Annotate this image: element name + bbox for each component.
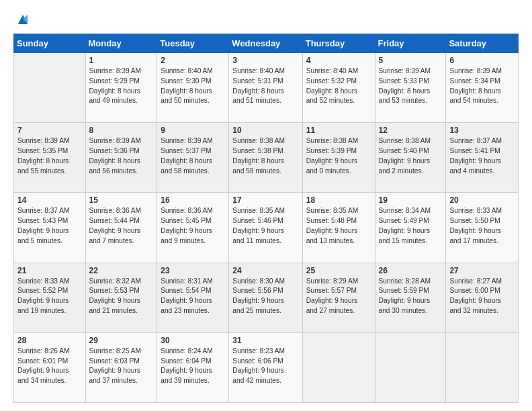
day-cell: 29Sunrise: 8:25 AMSunset: 6:03 PMDayligh… [85, 332, 157, 402]
day-number: 23 [161, 266, 225, 275]
day-header-sunday: Sunday [14, 34, 86, 53]
day-number: 7 [17, 126, 82, 135]
week-row-4: 28Sunrise: 8:26 AMSunset: 6:01 PMDayligh… [14, 332, 519, 402]
day-cell: 31Sunrise: 8:23 AMSunset: 6:06 PMDayligh… [229, 332, 302, 402]
day-info: Sunrise: 8:36 AMSunset: 5:44 PMDaylight:… [89, 206, 154, 246]
day-number: 26 [379, 266, 443, 275]
day-cell: 4Sunrise: 8:40 AMSunset: 5:32 PMDaylight… [302, 53, 375, 123]
day-cell: 8Sunrise: 8:39 AMSunset: 5:36 PMDaylight… [85, 123, 157, 193]
day-info: Sunrise: 8:25 AMSunset: 6:03 PMDaylight:… [89, 347, 154, 386]
day-info: Sunrise: 8:28 AMSunset: 5:59 PMDaylight:… [379, 277, 443, 316]
day-number: 19 [379, 195, 443, 205]
day-cell: 23Sunrise: 8:31 AMSunset: 5:54 PMDayligh… [157, 263, 229, 332]
day-number: 28 [17, 336, 82, 345]
day-cell [446, 332, 519, 402]
day-info: Sunrise: 8:23 AMSunset: 6:06 PMDaylight:… [232, 347, 298, 386]
day-cell [375, 332, 446, 402]
week-row-3: 21Sunrise: 8:33 AMSunset: 5:52 PMDayligh… [14, 263, 519, 332]
day-number: 17 [232, 195, 298, 205]
day-cell: 17Sunrise: 8:35 AMSunset: 5:46 PMDayligh… [229, 193, 302, 263]
day-info: Sunrise: 8:40 AMSunset: 5:32 PMDaylight:… [306, 66, 371, 106]
day-number: 25 [306, 266, 371, 275]
day-number: 29 [89, 336, 154, 345]
day-number: 12 [379, 126, 443, 135]
day-cell: 11Sunrise: 8:38 AMSunset: 5:39 PMDayligh… [302, 123, 375, 193]
day-info: Sunrise: 8:27 AMSunset: 6:00 PMDaylight:… [449, 277, 515, 316]
day-number: 31 [232, 336, 298, 345]
day-header-friday: Friday [375, 34, 446, 53]
day-number: 5 [379, 56, 443, 65]
day-number: 11 [306, 126, 371, 135]
day-cell [302, 332, 375, 402]
day-header-monday: Monday [85, 34, 157, 53]
day-number: 30 [161, 336, 225, 345]
day-info: Sunrise: 8:38 AMSunset: 5:39 PMDaylight:… [306, 136, 371, 176]
day-cell: 19Sunrise: 8:34 AMSunset: 5:49 PMDayligh… [375, 193, 446, 263]
day-number: 2 [161, 56, 225, 65]
day-cell: 13Sunrise: 8:37 AMSunset: 5:41 PMDayligh… [446, 123, 519, 193]
day-cell: 3Sunrise: 8:40 AMSunset: 5:31 PMDaylight… [229, 53, 302, 123]
day-cell: 7Sunrise: 8:39 AMSunset: 5:35 PMDaylight… [14, 123, 86, 193]
day-cell [14, 53, 86, 123]
page: SundayMondayTuesdayWednesdayThursdayFrid… [0, 0, 532, 411]
day-cell: 6Sunrise: 8:39 AMSunset: 5:34 PMDaylight… [446, 53, 519, 123]
day-number: 3 [232, 56, 298, 65]
week-row-0: 1Sunrise: 8:39 AMSunset: 5:29 PMDaylight… [14, 53, 519, 123]
day-cell: 20Sunrise: 8:33 AMSunset: 5:50 PMDayligh… [446, 193, 519, 263]
logo-text [13, 12, 30, 27]
day-number: 15 [89, 195, 154, 205]
day-number: 6 [449, 56, 515, 65]
day-cell: 10Sunrise: 8:38 AMSunset: 5:38 PMDayligh… [229, 123, 302, 193]
day-info: Sunrise: 8:40 AMSunset: 5:31 PMDaylight:… [232, 66, 298, 106]
day-header-saturday: Saturday [446, 34, 519, 53]
day-number: 10 [232, 126, 298, 135]
day-header-tuesday: Tuesday [157, 34, 229, 53]
day-number: 27 [449, 266, 515, 275]
day-cell: 14Sunrise: 8:37 AMSunset: 5:43 PMDayligh… [14, 193, 86, 263]
day-header-wednesday: Wednesday [229, 34, 302, 53]
day-number: 1 [89, 56, 154, 65]
logo-icon [15, 12, 30, 27]
day-number: 24 [232, 266, 298, 275]
day-number: 18 [306, 195, 371, 205]
day-info: Sunrise: 8:33 AMSunset: 5:50 PMDaylight:… [449, 206, 515, 246]
day-info: Sunrise: 8:32 AMSunset: 5:53 PMDaylight:… [89, 277, 154, 316]
day-cell: 5Sunrise: 8:39 AMSunset: 5:33 PMDaylight… [375, 53, 446, 123]
day-info: Sunrise: 8:36 AMSunset: 5:45 PMDaylight:… [161, 206, 225, 246]
day-number: 20 [449, 195, 515, 205]
day-info: Sunrise: 8:26 AMSunset: 6:01 PMDaylight:… [17, 347, 82, 386]
day-cell: 1Sunrise: 8:39 AMSunset: 5:29 PMDaylight… [85, 53, 157, 123]
week-row-1: 7Sunrise: 8:39 AMSunset: 5:35 PMDaylight… [14, 123, 519, 193]
day-number: 4 [306, 56, 371, 65]
calendar: SundayMondayTuesdayWednesdayThursdayFrid… [13, 34, 519, 403]
day-cell: 27Sunrise: 8:27 AMSunset: 6:00 PMDayligh… [446, 263, 519, 332]
day-cell: 24Sunrise: 8:30 AMSunset: 5:56 PMDayligh… [229, 263, 302, 332]
day-info: Sunrise: 8:35 AMSunset: 5:46 PMDaylight:… [232, 206, 298, 246]
day-cell: 12Sunrise: 8:38 AMSunset: 5:40 PMDayligh… [375, 123, 446, 193]
day-info: Sunrise: 8:33 AMSunset: 5:52 PMDaylight:… [17, 277, 82, 316]
day-info: Sunrise: 8:40 AMSunset: 5:30 PMDaylight:… [161, 66, 225, 106]
day-info: Sunrise: 8:24 AMSunset: 6:04 PMDaylight:… [161, 347, 225, 386]
day-cell: 9Sunrise: 8:39 AMSunset: 5:37 PMDaylight… [157, 123, 229, 193]
day-info: Sunrise: 8:39 AMSunset: 5:34 PMDaylight:… [449, 66, 515, 106]
day-info: Sunrise: 8:39 AMSunset: 5:29 PMDaylight:… [89, 66, 154, 106]
day-cell: 22Sunrise: 8:32 AMSunset: 5:53 PMDayligh… [85, 263, 157, 332]
day-number: 13 [449, 126, 515, 135]
week-row-2: 14Sunrise: 8:37 AMSunset: 5:43 PMDayligh… [14, 193, 519, 263]
day-number: 22 [89, 266, 154, 275]
calendar-header-row: SundayMondayTuesdayWednesdayThursdayFrid… [14, 34, 519, 53]
day-info: Sunrise: 8:29 AMSunset: 5:57 PMDaylight:… [306, 277, 371, 316]
day-cell: 21Sunrise: 8:33 AMSunset: 5:52 PMDayligh… [14, 263, 86, 332]
day-info: Sunrise: 8:38 AMSunset: 5:38 PMDaylight:… [232, 136, 298, 176]
day-info: Sunrise: 8:31 AMSunset: 5:54 PMDaylight:… [161, 277, 225, 316]
day-number: 21 [17, 266, 82, 275]
day-info: Sunrise: 8:37 AMSunset: 5:41 PMDaylight:… [449, 136, 515, 176]
day-cell: 25Sunrise: 8:29 AMSunset: 5:57 PMDayligh… [302, 263, 375, 332]
day-cell: 28Sunrise: 8:26 AMSunset: 6:01 PMDayligh… [14, 332, 86, 402]
day-number: 8 [89, 126, 154, 135]
day-cell: 18Sunrise: 8:35 AMSunset: 5:48 PMDayligh… [302, 193, 375, 263]
day-cell: 30Sunrise: 8:24 AMSunset: 6:04 PMDayligh… [157, 332, 229, 402]
day-info: Sunrise: 8:39 AMSunset: 5:36 PMDaylight:… [89, 136, 154, 176]
day-info: Sunrise: 8:39 AMSunset: 5:35 PMDaylight:… [17, 136, 82, 176]
day-info: Sunrise: 8:30 AMSunset: 5:56 PMDaylight:… [232, 277, 298, 316]
